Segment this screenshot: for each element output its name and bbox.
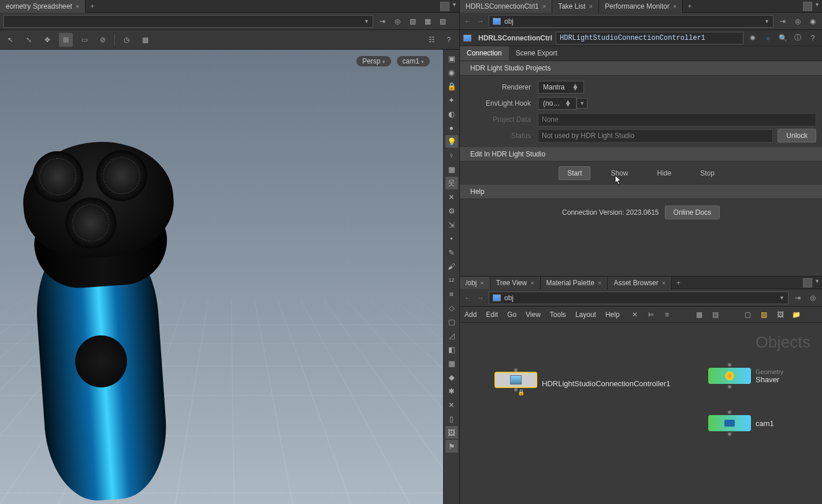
forward-icon[interactable]: → (476, 17, 485, 26)
tab-treeview[interactable]: Tree View× (490, 277, 541, 289)
layout-icon[interactable]: ☷ (425, 33, 438, 47)
path-field[interactable] (504, 17, 764, 25)
folder-icon[interactable]: 📁 (791, 309, 802, 320)
link-icon[interactable]: ◎ (792, 16, 804, 27)
camera-icon[interactable]: ▣ (445, 52, 458, 65)
square-icon[interactable]: ▢ (445, 315, 458, 328)
pin-icon[interactable]: ⇥ (377, 16, 388, 27)
add-tab-button[interactable]: + (672, 278, 685, 288)
pen-icon[interactable]: ✎ (445, 246, 458, 259)
path-field[interactable] (8, 17, 364, 25)
menu-tools[interactable]: Tools (550, 311, 566, 319)
viewport[interactable]: Persp ▾ cam1 ▾ ▣ ◉ 🔒 ✦ ◐ ● 💡 ♀ ▦ 웃 ✕ ⚙ ⇲… (0, 50, 459, 504)
add-tab-button[interactable]: + (683, 1, 696, 12)
x-icon[interactable]: ✕ (445, 398, 458, 411)
show-button[interactable]: Show (602, 166, 637, 180)
target-icon[interactable]: ◉ (807, 16, 819, 27)
grid-icon[interactable]: ▦ (138, 33, 152, 47)
pin-icon[interactable]: ⇥ (792, 292, 804, 304)
pane-menu-icon[interactable]: ▼ (814, 278, 820, 288)
wrench-icon[interactable]: ✕ (629, 309, 641, 320)
chevron-down-icon[interactable]: ▼ (364, 18, 369, 24)
pane-menu-icon[interactable]: ▼ (452, 2, 457, 11)
close-icon[interactable]: × (76, 3, 79, 10)
tab-geometry-spreadsheet[interactable]: eometry Spreadsheet × (0, 0, 85, 13)
stop-icon[interactable]: ⊘ (96, 33, 110, 47)
search-icon[interactable]: 🔍 (777, 32, 788, 44)
lock-icon[interactable]: 🔒 (445, 80, 458, 92)
maximize-icon[interactable] (803, 278, 812, 288)
clock-icon[interactable]: ◷ (120, 33, 133, 47)
gear-icon[interactable]: ✺ (747, 32, 758, 44)
chevron-down-icon[interactable]: ▼ (764, 18, 769, 24)
tab-obj[interactable]: /obj× (460, 277, 490, 289)
bulb-icon[interactable]: ◐ (445, 107, 458, 120)
forward-icon[interactable]: → (476, 293, 485, 303)
star-icon[interactable]: ✦ (445, 94, 458, 106)
marker-icon[interactable]: ⚑ (445, 440, 458, 453)
envlight-dropdown[interactable]: (no…▲▼ (538, 97, 576, 110)
bug-icon[interactable]: ✱ (445, 384, 458, 397)
menu-view[interactable]: View (526, 311, 541, 319)
close-icon[interactable]: × (598, 279, 601, 286)
view-cam1-pill[interactable]: cam1 ▾ (396, 55, 430, 67)
pane-menu-icon[interactable]: ▼ (814, 2, 820, 11)
help-icon[interactable]: ? (442, 33, 456, 47)
shade2-icon[interactable]: ◧ (445, 343, 458, 356)
move-icon[interactable]: ✥ (40, 33, 54, 47)
cross-icon[interactable]: ✕ (445, 191, 458, 203)
box-icon[interactable]: ▧ (407, 16, 418, 27)
add-tab-button[interactable]: + (85, 1, 99, 12)
path-field[interactable] (504, 294, 779, 302)
checker-icon[interactable]: ▦ (445, 163, 458, 176)
node-chip[interactable] (708, 368, 751, 384)
select-icon[interactable]: ↖ (3, 33, 17, 47)
node-name-input[interactable] (556, 32, 743, 44)
tree-icon[interactable]: ⊨ (645, 309, 657, 320)
maximize-icon[interactable] (803, 2, 812, 11)
bars-icon[interactable]: ≡ (445, 288, 458, 300)
subtab-connection[interactable]: Connection (460, 46, 509, 61)
close-icon[interactable]: × (542, 3, 546, 10)
info-icon[interactable]: ⓘ (792, 32, 804, 44)
dot-icon[interactable]: • (445, 232, 458, 245)
pic-icon[interactable]: 🖼 (775, 309, 786, 320)
num-icon[interactable]: 12 (445, 274, 458, 286)
grid2-icon[interactable]: ▦ (445, 357, 458, 369)
angle-icon[interactable]: ◿ (445, 329, 458, 342)
sphere-icon[interactable]: ● (445, 121, 458, 134)
menu-layout[interactable]: Layout (575, 311, 596, 319)
close-icon[interactable]: × (589, 3, 593, 10)
node-cam1[interactable]: cam1 (708, 415, 774, 431)
close-icon[interactable]: × (662, 279, 665, 286)
path-input[interactable]: ▼ (489, 15, 773, 28)
envlight-menu[interactable]: ▼ (576, 98, 587, 109)
back-icon[interactable]: ← (463, 293, 473, 303)
node-chip[interactable] (494, 372, 537, 388)
light-icon[interactable]: 💡 (445, 135, 458, 148)
node-shaver[interactable]: Geometry Shaver (708, 368, 783, 384)
pin-icon[interactable]: ⇥ (777, 16, 788, 27)
gear-icon[interactable]: ⚙ (445, 204, 458, 217)
online-docs-button[interactable]: Online Docs (665, 206, 720, 219)
network-canvas[interactable]: Objects 🔒 HDRLightStudioConnectionContro… (460, 323, 822, 504)
grid-icon[interactable]: ▦ (694, 309, 705, 320)
rect-icon[interactable]: ▭ (77, 33, 91, 47)
shaver-mesh[interactable] (29, 142, 191, 504)
trash-icon[interactable]: ▯ (445, 412, 458, 425)
person-icon[interactable]: 웃 (445, 177, 458, 189)
list-icon[interactable]: ≡ (661, 309, 673, 320)
view-persp-pill[interactable]: Persp ▾ (356, 55, 391, 67)
node-hdrls[interactable]: 🔒 HDRLightStudioConnectionController1 (494, 372, 671, 395)
lasso-icon[interactable]: ⤡ (22, 33, 36, 47)
menu-add[interactable]: Add (464, 311, 477, 319)
menu-go[interactable]: Go (507, 311, 516, 319)
python-icon[interactable]: ⟐ (762, 32, 773, 44)
hide-button[interactable]: Hide (649, 166, 680, 180)
cube-icon[interactable]: ◇ (445, 301, 458, 314)
link-icon[interactable]: ◎ (807, 292, 819, 304)
unlock-button[interactable]: Unlock (778, 129, 816, 143)
menu-edit[interactable]: Edit (486, 311, 498, 319)
brush-icon[interactable]: 🖌 (445, 260, 458, 272)
eye-icon[interactable]: ◉ (445, 66, 458, 79)
